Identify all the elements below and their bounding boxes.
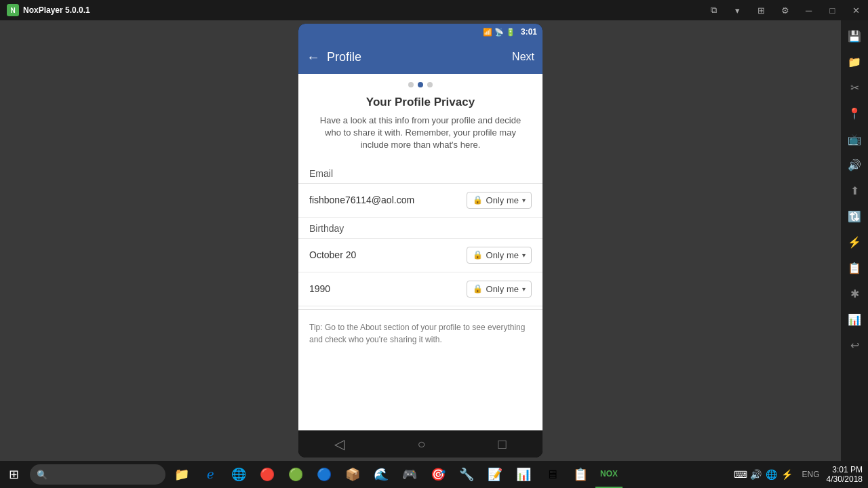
- taskbar-app-red[interactable]: 🔴: [254, 461, 281, 488]
- sidebar-btn-location[interactable]: 📍: [842, 101, 867, 125]
- nox-close-btn[interactable]: ✕: [844, 0, 868, 20]
- birthday-date-privacy-label: Only me: [486, 250, 519, 260]
- email-section-header: Email: [298, 163, 542, 184]
- dot-3: [427, 82, 433, 87]
- birthday-date-row: October 20 🔒 Only me ▾: [298, 239, 542, 272]
- sidebar-btn-chart[interactable]: 📊: [842, 307, 867, 331]
- lock-icon-birthday-date: 🔒: [473, 250, 483, 260]
- sidebar-btn-volume[interactable]: 🔊: [842, 152, 867, 177]
- taskbar-search[interactable]: 🔍: [30, 464, 165, 485]
- birthday-year-privacy-button[interactable]: 🔒 Only me ▾: [467, 281, 532, 298]
- birthday-date-privacy-button[interactable]: 🔒 Only me ▾: [467, 247, 532, 264]
- birthday-date-value: October 20: [309, 249, 356, 260]
- signal-icon: 📡: [494, 28, 504, 37]
- back-button[interactable]: ←: [307, 49, 320, 65]
- taskbar-chrome[interactable]: 🌐: [225, 461, 252, 488]
- taskbar-app-8[interactable]: 🌊: [368, 461, 395, 488]
- nox-copy-btn[interactable]: ⧉: [702, 0, 726, 20]
- nav-home-button[interactable]: ○: [403, 431, 439, 458]
- phone: 📶 📡 🔋 3:01 ← Profile Next Your Profile P…: [298, 24, 542, 458]
- birthday-year-row: 1990 🔒 Only me ▾: [298, 272, 542, 306]
- sidebar-btn-power[interactable]: ⚡: [842, 230, 867, 254]
- lock-icon-email: 🔒: [473, 195, 483, 205]
- nav-back-button[interactable]: ◁: [321, 430, 358, 458]
- sidebar-btn-folder[interactable]: 📁: [842, 49, 867, 74]
- sidebar-btn-back[interactable]: ↩: [842, 333, 867, 357]
- nox-window-controls: ⧉ ▾ ⊞ ⚙ ─ □ ✕: [702, 0, 868, 20]
- sidebar-btn-save[interactable]: 💾: [842, 24, 867, 48]
- taskbar-app-15[interactable]: 📋: [567, 461, 594, 488]
- system-tray: ⌨ 🔊 🌐 ⚡: [734, 468, 794, 481]
- taskbar-app-11[interactable]: 🔧: [453, 461, 480, 488]
- tip-section: Tip: Go to the About section of your pro…: [298, 309, 542, 357]
- android-bottom-nav: ◁ ○ □: [298, 430, 542, 458]
- nav-recent-button[interactable]: □: [484, 431, 519, 458]
- sidebar-btn-clipboard[interactable]: 📋: [842, 256, 867, 280]
- nox-logo: N NoxPlayer 5.0.0.1: [0, 4, 97, 16]
- birthday-section-header: Birthday: [298, 218, 542, 239]
- tray-icon-2: 🔊: [749, 468, 763, 481]
- app-bar-title: Profile: [327, 50, 505, 64]
- nox-settings-btn[interactable]: ⚙: [773, 0, 797, 20]
- nox-pin-btn[interactable]: ⊞: [749, 0, 773, 20]
- tip-text: Tip: Go to the About section of your pro…: [309, 323, 525, 345]
- sidebar-btn-cut[interactable]: ✂: [842, 75, 867, 100]
- taskbar-pinned-apps: 📁 ℯ 🌐 🔴 🟢 🔵 📦 🌊 🎮 🎯 🔧: [168, 461, 734, 488]
- status-time: 3:01: [521, 27, 537, 37]
- taskbar-app-7[interactable]: 📦: [339, 461, 366, 488]
- tray-icon-4: ⚡: [781, 468, 794, 481]
- taskbar-right-area: ⌨ 🔊 🌐 ⚡ ENG 3:01 PM 4/30/2018: [734, 465, 868, 484]
- chevron-icon-birthday-date: ▾: [522, 251, 526, 259]
- sidebar-btn-star[interactable]: ✱: [842, 281, 867, 306]
- privacy-title: Your Profile Privacy: [298, 96, 542, 115]
- clock-display: 3:01 PM 4/30/2018: [827, 465, 863, 484]
- start-button[interactable]: ⊞: [0, 461, 27, 488]
- email-value: fishbone76114@aol.com: [309, 195, 414, 205]
- android-status-bar: 📶 📡 🔋 3:01: [298, 24, 542, 40]
- birthday-year-privacy-label: Only me: [486, 284, 519, 294]
- tray-icon-1: ⌨: [734, 468, 747, 481]
- taskbar-edge[interactable]: ℯ: [197, 461, 224, 488]
- taskbar: ⊞ 🔍 📁 ℯ 🌐 🔴 🟢 🔵 📦 🌊 🎮: [0, 461, 868, 488]
- taskbar-app-13[interactable]: 📊: [510, 461, 537, 488]
- taskbar-app-green[interactable]: 🟢: [282, 461, 309, 488]
- taskbar-date: 4/30/2018: [827, 474, 863, 484]
- nox-dropdown-btn[interactable]: ▾: [726, 0, 749, 20]
- dot-1: [408, 82, 414, 87]
- right-sidebar: 💾 📁 ✂ 📍 📺 🔊 ⬆ 🔃 ⚡ 📋 ✱ 📊 ↩: [841, 20, 868, 461]
- battery-icon: 🔋: [506, 28, 515, 37]
- taskbar-app-blue[interactable]: 🔵: [311, 461, 338, 488]
- sidebar-btn-up[interactable]: ⬆: [842, 178, 867, 203]
- chevron-icon-email: ▾: [522, 197, 526, 204]
- email-privacy-button[interactable]: 🔒 Only me ▾: [467, 192, 532, 209]
- privacy-subtitle: Have a look at this info from your profi…: [298, 115, 542, 163]
- app-bar: ← Profile Next: [298, 40, 542, 74]
- taskbar-app-14[interactable]: 🖥: [538, 461, 566, 488]
- sidebar-btn-screen[interactable]: 📺: [842, 127, 867, 151]
- lock-icon-birthday-year: 🔒: [473, 284, 483, 293]
- taskbar-file-explorer[interactable]: 📁: [168, 461, 195, 488]
- taskbar-app-9[interactable]: 🎮: [396, 461, 423, 488]
- phone-container: 📶 📡 🔋 3:01 ← Profile Next Your Profile P…: [0, 20, 841, 461]
- taskbar-app-12[interactable]: 📝: [481, 461, 509, 488]
- nox-minimize-btn[interactable]: ─: [797, 0, 821, 20]
- taskbar-nox-active[interactable]: NOX: [595, 461, 623, 488]
- content-area: Your Profile Privacy Have a look at this…: [298, 74, 542, 430]
- progress-dots: [298, 74, 542, 96]
- taskbar-lang: ENG: [802, 470, 820, 479]
- sidebar-btn-refresh[interactable]: 🔃: [842, 204, 867, 228]
- taskbar-time: 3:01 PM: [827, 465, 863, 474]
- taskbar-app-10[interactable]: 🎯: [425, 461, 452, 488]
- birthday-year-value: 1990: [309, 283, 330, 294]
- nox-logo-icon: N: [7, 4, 19, 16]
- dot-2: [418, 82, 423, 87]
- chevron-icon-birthday-year: ▾: [522, 285, 526, 293]
- email-privacy-row: fishbone76114@aol.com 🔒 Only me ▾: [298, 184, 542, 218]
- nox-maximize-btn[interactable]: □: [821, 0, 844, 20]
- next-button[interactable]: Next: [512, 51, 534, 63]
- email-privacy-label: Only me: [486, 195, 519, 205]
- tray-icon-3: 🌐: [765, 468, 778, 481]
- nox-title-text: NoxPlayer 5.0.0.1: [23, 5, 90, 15]
- wifi-icon: 📶: [483, 28, 492, 37]
- status-bar-icons: 📶 📡 🔋: [483, 28, 515, 37]
